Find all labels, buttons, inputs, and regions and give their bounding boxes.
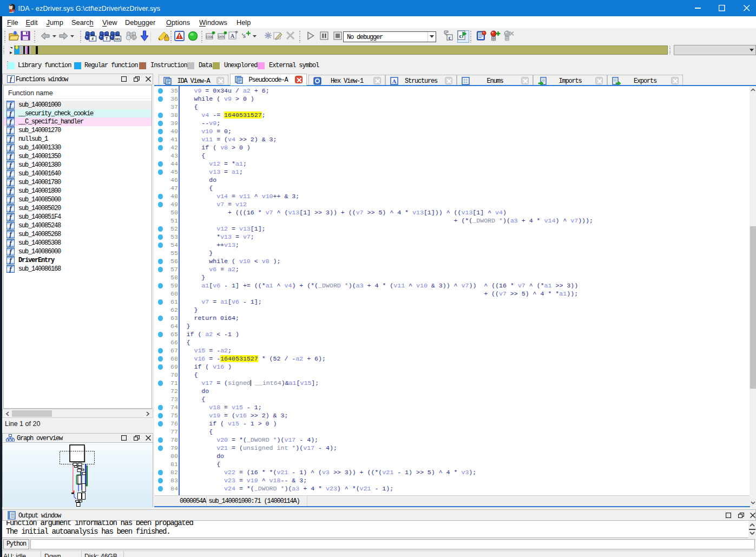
svg-text:c: c bbox=[459, 32, 462, 39]
svg-text:101: 101 bbox=[115, 37, 121, 41]
svg-text:64: 64 bbox=[11, 9, 15, 12]
svg-text:#: # bbox=[91, 37, 94, 41]
svg-text:DATA: DATA bbox=[218, 36, 225, 38]
svg-text:CODE: CODE bbox=[206, 36, 213, 38]
svg-text:c: c bbox=[449, 35, 451, 41]
svg-text:A: A bbox=[231, 32, 235, 39]
svg-text:T: T bbox=[106, 37, 108, 41]
svg-text:’s: ’s bbox=[241, 32, 246, 40]
